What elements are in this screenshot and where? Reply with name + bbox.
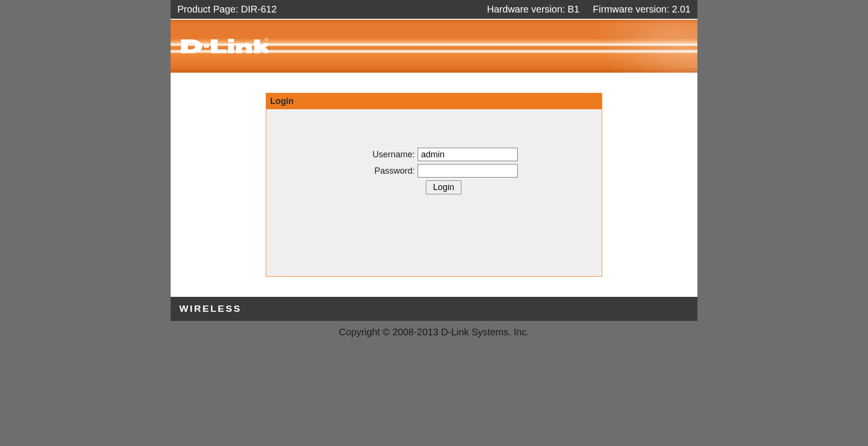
svg-rect-1	[228, 38, 234, 42]
svg-rect-0	[204, 45, 209, 48]
brand-banner: R	[171, 20, 697, 73]
username-label: Username:	[350, 150, 418, 160]
password-label: Password:	[350, 166, 418, 176]
product-page-label: Product Page: DIR-612	[177, 4, 277, 15]
footer-bar: WIRELESS	[171, 297, 697, 321]
firmware-version-label: Firmware version: 2.01	[593, 4, 691, 15]
svg-rect-2	[228, 43, 234, 53]
login-panel: Login Username: Password: Login	[266, 93, 602, 277]
password-input[interactable]	[418, 164, 518, 178]
svg-text:R: R	[266, 38, 267, 40]
username-input[interactable]	[418, 148, 518, 161]
dlink-logo: R	[179, 36, 268, 57]
content-area: Login Username: Password: Login	[171, 73, 697, 297]
login-panel-title: Login	[266, 93, 602, 109]
copyright-text: Copyright © 2008-2013 D-Link Systems, In…	[0, 321, 868, 344]
login-button[interactable]: Login	[426, 180, 461, 194]
wireless-label: WIRELESS	[179, 304, 241, 314]
hardware-version-label: Hardware version: B1	[487, 4, 579, 15]
top-bar: Product Page: DIR-612 Hardware version: …	[171, 0, 697, 19]
